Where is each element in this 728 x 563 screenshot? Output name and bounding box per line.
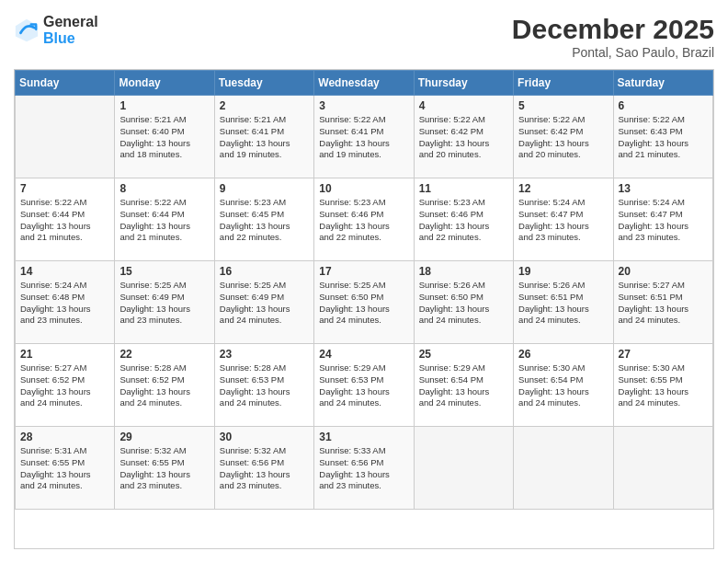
day-info: Sunrise: 5:22 AM Sunset: 6:42 PM Dayligh… xyxy=(518,114,608,161)
day-info: Sunrise: 5:21 AM Sunset: 6:40 PM Dayligh… xyxy=(119,114,209,161)
day-info: Sunrise: 5:30 AM Sunset: 6:54 PM Dayligh… xyxy=(518,362,608,409)
title-block: December 2025 Pontal, Sao Paulo, Brazil xyxy=(512,14,714,60)
day-number: 8 xyxy=(119,182,209,195)
day-number: 26 xyxy=(518,348,608,361)
day-info: Sunrise: 5:27 AM Sunset: 6:51 PM Dayligh… xyxy=(619,280,708,327)
day-number: 14 xyxy=(20,265,109,278)
day-cell: 18Sunrise: 5:26 AM Sunset: 6:50 PM Dayli… xyxy=(414,261,513,344)
svg-marker-0 xyxy=(16,18,38,40)
day-cell: 13Sunrise: 5:24 AM Sunset: 6:47 PM Dayli… xyxy=(613,178,712,261)
day-cell: 23Sunrise: 5:28 AM Sunset: 6:53 PM Dayli… xyxy=(214,344,313,427)
day-cell: 19Sunrise: 5:26 AM Sunset: 6:51 PM Dayli… xyxy=(514,261,613,344)
header-day-sunday: Sunday xyxy=(16,71,115,96)
day-cell: 3Sunrise: 5:22 AM Sunset: 6:41 PM Daylig… xyxy=(314,96,414,178)
main-title: December 2025 xyxy=(512,14,714,45)
day-info: Sunrise: 5:23 AM Sunset: 6:46 PM Dayligh… xyxy=(319,197,408,244)
day-info: Sunrise: 5:32 AM Sunset: 6:55 PM Dayligh… xyxy=(119,445,209,492)
calendar: SundayMondayTuesdayWednesdayThursdayFrid… xyxy=(14,69,714,549)
day-info: Sunrise: 5:21 AM Sunset: 6:41 PM Dayligh… xyxy=(220,114,309,161)
day-info: Sunrise: 5:26 AM Sunset: 6:50 PM Dayligh… xyxy=(419,280,508,327)
day-info: Sunrise: 5:22 AM Sunset: 6:44 PM Dayligh… xyxy=(20,197,109,244)
day-cell xyxy=(16,96,115,178)
day-cell: 21Sunrise: 5:27 AM Sunset: 6:52 PM Dayli… xyxy=(16,344,115,427)
day-number: 27 xyxy=(619,348,708,361)
day-cell: 12Sunrise: 5:24 AM Sunset: 6:47 PM Dayli… xyxy=(514,178,613,261)
day-info: Sunrise: 5:28 AM Sunset: 6:53 PM Dayligh… xyxy=(220,362,309,409)
day-cell: 10Sunrise: 5:23 AM Sunset: 6:46 PM Dayli… xyxy=(314,178,414,261)
day-number: 6 xyxy=(619,99,708,112)
day-cell: 25Sunrise: 5:29 AM Sunset: 6:54 PM Dayli… xyxy=(414,344,513,427)
day-info: Sunrise: 5:22 AM Sunset: 6:41 PM Dayligh… xyxy=(319,114,408,161)
day-info: Sunrise: 5:30 AM Sunset: 6:55 PM Dayligh… xyxy=(619,362,708,409)
day-info: Sunrise: 5:28 AM Sunset: 6:52 PM Dayligh… xyxy=(119,362,209,409)
week-row-1: 1Sunrise: 5:21 AM Sunset: 6:40 PM Daylig… xyxy=(16,96,713,178)
day-cell: 26Sunrise: 5:30 AM Sunset: 6:54 PM Dayli… xyxy=(514,344,613,427)
day-info: Sunrise: 5:23 AM Sunset: 6:46 PM Dayligh… xyxy=(419,197,508,244)
day-cell: 7Sunrise: 5:22 AM Sunset: 6:44 PM Daylig… xyxy=(16,178,115,261)
day-cell xyxy=(414,427,513,510)
day-number: 18 xyxy=(419,265,508,278)
day-cell: 1Sunrise: 5:21 AM Sunset: 6:40 PM Daylig… xyxy=(115,96,214,178)
day-cell: 15Sunrise: 5:25 AM Sunset: 6:49 PM Dayli… xyxy=(115,261,214,344)
day-info: Sunrise: 5:29 AM Sunset: 6:53 PM Dayligh… xyxy=(319,362,408,409)
calendar-header-row: SundayMondayTuesdayWednesdayThursdayFrid… xyxy=(16,71,713,96)
day-info: Sunrise: 5:22 AM Sunset: 6:44 PM Dayligh… xyxy=(119,197,209,244)
week-row-5: 28Sunrise: 5:31 AM Sunset: 6:55 PM Dayli… xyxy=(16,427,713,510)
day-number: 22 xyxy=(119,348,209,361)
day-cell xyxy=(514,427,613,510)
day-cell: 11Sunrise: 5:23 AM Sunset: 6:46 PM Dayli… xyxy=(414,178,513,261)
day-cell: 27Sunrise: 5:30 AM Sunset: 6:55 PM Dayli… xyxy=(613,344,712,427)
day-number: 3 xyxy=(319,99,408,112)
day-cell: 31Sunrise: 5:33 AM Sunset: 6:56 PM Dayli… xyxy=(314,427,414,510)
day-number: 29 xyxy=(119,431,209,443)
logo-icon xyxy=(14,17,40,43)
week-row-4: 21Sunrise: 5:27 AM Sunset: 6:52 PM Dayli… xyxy=(16,344,713,427)
day-info: Sunrise: 5:32 AM Sunset: 6:56 PM Dayligh… xyxy=(220,445,309,492)
day-info: Sunrise: 5:24 AM Sunset: 6:47 PM Dayligh… xyxy=(518,197,608,244)
day-info: Sunrise: 5:33 AM Sunset: 6:56 PM Dayligh… xyxy=(319,445,408,492)
page: General Blue December 2025 Pontal, Sao P… xyxy=(0,0,728,563)
day-cell: 8Sunrise: 5:22 AM Sunset: 6:44 PM Daylig… xyxy=(115,178,214,261)
day-info: Sunrise: 5:22 AM Sunset: 6:42 PM Dayligh… xyxy=(419,114,508,161)
day-number: 31 xyxy=(319,431,408,443)
day-info: Sunrise: 5:25 AM Sunset: 6:49 PM Dayligh… xyxy=(119,280,209,327)
day-info: Sunrise: 5:24 AM Sunset: 6:48 PM Dayligh… xyxy=(20,280,109,327)
day-cell: 24Sunrise: 5:29 AM Sunset: 6:53 PM Dayli… xyxy=(314,344,414,427)
day-number: 7 xyxy=(20,182,109,195)
day-cell: 28Sunrise: 5:31 AM Sunset: 6:55 PM Dayli… xyxy=(16,427,115,510)
day-cell: 22Sunrise: 5:28 AM Sunset: 6:52 PM Dayli… xyxy=(115,344,214,427)
day-number: 25 xyxy=(419,348,508,361)
day-number: 24 xyxy=(319,348,408,361)
day-info: Sunrise: 5:31 AM Sunset: 6:55 PM Dayligh… xyxy=(20,445,109,492)
day-info: Sunrise: 5:24 AM Sunset: 6:47 PM Dayligh… xyxy=(619,197,708,244)
day-info: Sunrise: 5:23 AM Sunset: 6:45 PM Dayligh… xyxy=(220,197,309,244)
day-number: 23 xyxy=(220,348,309,361)
day-number: 20 xyxy=(619,265,708,278)
day-cell: 16Sunrise: 5:25 AM Sunset: 6:49 PM Dayli… xyxy=(214,261,313,344)
day-info: Sunrise: 5:27 AM Sunset: 6:52 PM Dayligh… xyxy=(20,362,109,409)
day-number: 11 xyxy=(419,182,508,195)
day-info: Sunrise: 5:22 AM Sunset: 6:43 PM Dayligh… xyxy=(619,114,708,161)
day-info: Sunrise: 5:25 AM Sunset: 6:50 PM Dayligh… xyxy=(319,280,408,327)
day-number: 10 xyxy=(319,182,408,195)
week-row-3: 14Sunrise: 5:24 AM Sunset: 6:48 PM Dayli… xyxy=(16,261,713,344)
day-number: 1 xyxy=(119,99,209,112)
header-day-monday: Monday xyxy=(115,71,214,96)
day-number: 9 xyxy=(220,182,309,195)
day-number: 17 xyxy=(319,265,408,278)
week-row-2: 7Sunrise: 5:22 AM Sunset: 6:44 PM Daylig… xyxy=(16,178,713,261)
header-day-wednesday: Wednesday xyxy=(314,71,414,96)
day-number: 12 xyxy=(518,182,608,195)
day-cell: 9Sunrise: 5:23 AM Sunset: 6:45 PM Daylig… xyxy=(214,178,313,261)
day-cell: 17Sunrise: 5:25 AM Sunset: 6:50 PM Dayli… xyxy=(314,261,414,344)
logo: General Blue xyxy=(14,14,98,46)
header: General Blue December 2025 Pontal, Sao P… xyxy=(14,14,714,60)
header-day-thursday: Thursday xyxy=(414,71,513,96)
day-cell: 20Sunrise: 5:27 AM Sunset: 6:51 PM Dayli… xyxy=(613,261,712,344)
header-day-tuesday: Tuesday xyxy=(214,71,313,96)
day-cell: 6Sunrise: 5:22 AM Sunset: 6:43 PM Daylig… xyxy=(613,96,712,178)
day-cell: 5Sunrise: 5:22 AM Sunset: 6:42 PM Daylig… xyxy=(514,96,613,178)
day-number: 5 xyxy=(518,99,608,112)
day-number: 28 xyxy=(20,431,109,443)
logo-text: General Blue xyxy=(43,14,98,46)
